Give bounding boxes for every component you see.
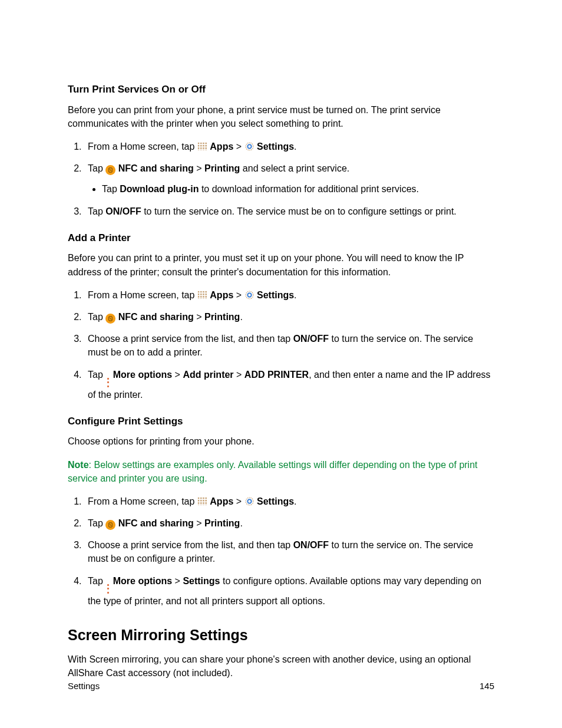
- heading-configure-print: Configure Print Settings: [68, 414, 494, 429]
- nfc-icon: [105, 165, 115, 175]
- settings-icon: [244, 290, 254, 300]
- list-item: From a Home screen, tap Apps > Settings.: [84, 288, 494, 302]
- apps-icon: [197, 497, 207, 505]
- intro-text: Before you can print from your phone, a …: [68, 103, 494, 130]
- list-item: From a Home screen, tap Apps > Settings.: [84, 140, 494, 153]
- steps-list-2: From a Home screen, tap Apps > Settings.…: [68, 288, 494, 401]
- nfc-icon: [105, 520, 115, 530]
- list-item: Tap NFC and sharing > Printing.: [84, 516, 494, 530]
- list-item: Tap NFC and sharing > Printing.: [84, 310, 494, 324]
- settings-icon: [244, 141, 254, 151]
- list-item: Tap Download plug-in to download informa…: [102, 182, 494, 196]
- list-item: Tap More options > Add printer > ADD PRI…: [84, 368, 494, 401]
- steps-list-1: From a Home screen, tap Apps > Settings.…: [68, 140, 494, 218]
- nfc-icon: [105, 314, 115, 324]
- svg-point-0: [246, 143, 253, 150]
- list-item: From a Home screen, tap Apps > Settings.: [84, 495, 494, 508]
- more-options-icon: [105, 377, 110, 388]
- svg-point-1: [247, 144, 251, 148]
- heading-screen-mirroring: Screen Mirroring Settings: [68, 624, 494, 645]
- svg-point-3: [246, 291, 253, 299]
- heading-add-printer: Add a Printer: [68, 231, 494, 246]
- footer-section: Settings: [68, 680, 100, 693]
- steps-list-3: From a Home screen, tap Apps > Settings.…: [68, 495, 494, 608]
- heading-turn-print-services: Turn Print Services On or Off: [68, 83, 494, 97]
- list-item: Choose a print service from the list, an…: [84, 538, 494, 565]
- page: Turn Print Services On or Off Before you…: [0, 0, 562, 728]
- note-text: Note: Below settings are examples only. …: [68, 458, 494, 485]
- svg-point-4: [247, 293, 251, 297]
- intro-text: Choose options for printing from your ph…: [68, 434, 494, 448]
- list-item: Tap More options > Settings to configure…: [84, 574, 494, 608]
- intro-text: With Screen mirroring, you can share you…: [68, 653, 494, 680]
- page-number: 145: [480, 680, 494, 693]
- more-options-icon: [105, 584, 110, 594]
- svg-point-7: [247, 499, 251, 503]
- intro-text: Before you can print to a printer, you m…: [68, 251, 494, 278]
- page-footer: Settings 145: [68, 680, 494, 693]
- svg-point-6: [246, 498, 253, 505]
- list-item: Tap NFC and sharing > Printing and selec…: [84, 162, 494, 196]
- list-item: Tap ON/OFF to turn the service on. The s…: [84, 205, 494, 218]
- list-item: Choose a print service from the list, an…: [84, 332, 494, 359]
- apps-icon: [197, 291, 207, 299]
- sub-list: Tap Download plug-in to download informa…: [88, 182, 494, 196]
- apps-icon: [197, 142, 207, 150]
- settings-icon: [244, 496, 254, 506]
